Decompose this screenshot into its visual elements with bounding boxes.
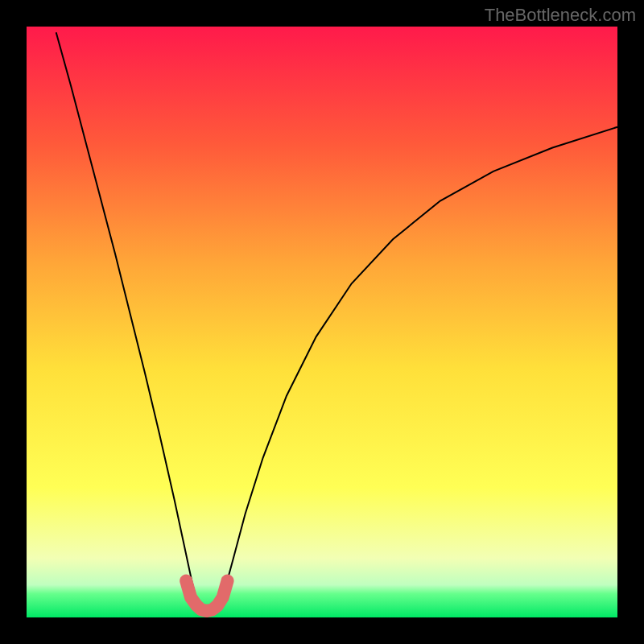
bottleneck-chart	[0, 0, 644, 644]
plot-background	[27, 27, 617, 617]
chart-container: TheBottleneck.com	[0, 0, 644, 644]
watermark-text: TheBottleneck.com	[485, 5, 636, 26]
